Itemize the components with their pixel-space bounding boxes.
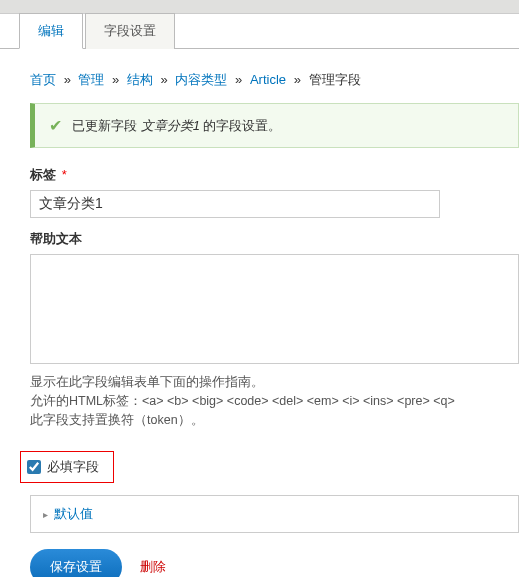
help-desc-line2: 允许的HTML标签：<a> <b> <big> <code> <del> <em… xyxy=(30,392,519,411)
breadcrumb-admin[interactable]: 管理 xyxy=(78,72,104,87)
breadcrumb-structure[interactable]: 结构 xyxy=(127,72,153,87)
breadcrumb-current: 管理字段 xyxy=(309,72,361,87)
tab-edit[interactable]: 编辑 xyxy=(19,13,83,49)
content-area: 首页 » 管理 » 结构 » 内容类型 » Article » 管理字段 ✔ 已… xyxy=(0,49,519,577)
status-message: ✔ 已更新字段 文章分类1 的字段设置。 xyxy=(30,103,519,148)
help-textarea[interactable] xyxy=(30,254,519,364)
help-title: 帮助文本 xyxy=(30,230,82,248)
help-field-row: 帮助文本 显示在此字段编辑表单下面的操作指南。 允许的HTML标签：<a> <b… xyxy=(30,230,519,429)
breadcrumb-sep: » xyxy=(64,72,71,87)
breadcrumb: 首页 » 管理 » 结构 » 内容类型 » Article » 管理字段 xyxy=(30,63,519,103)
check-icon: ✔ xyxy=(49,116,62,135)
breadcrumb-sep: » xyxy=(161,72,168,87)
breadcrumb-sep: » xyxy=(294,72,301,87)
chevron-right-icon: ▸ xyxy=(43,509,48,520)
default-value-summary[interactable]: ▸ 默认值 xyxy=(43,505,506,523)
help-desc-line3: 此字段支持置换符（token）。 xyxy=(30,411,519,430)
label-input[interactable] xyxy=(30,190,440,218)
default-value-label: 默认值 xyxy=(54,505,93,523)
required-marker: * xyxy=(62,167,67,182)
save-button[interactable]: 保存设置 xyxy=(30,549,122,577)
delete-link[interactable]: 删除 xyxy=(140,558,166,576)
required-label: 必填字段 xyxy=(47,458,99,476)
breadcrumb-article[interactable]: Article xyxy=(250,72,286,87)
breadcrumb-sep: » xyxy=(235,72,242,87)
breadcrumb-sep: » xyxy=(112,72,119,87)
help-description: 显示在此字段编辑表单下面的操作指南。 允许的HTML标签：<a> <b> <bi… xyxy=(30,373,519,429)
label-title: 标签 xyxy=(30,166,56,184)
label-field-row: 标签 * xyxy=(30,166,519,218)
required-checkbox[interactable] xyxy=(27,460,41,474)
tabs: 编辑 字段设置 xyxy=(19,13,519,49)
status-suffix: 的字段设置。 xyxy=(200,118,282,133)
default-value-details[interactable]: ▸ 默认值 xyxy=(30,495,519,533)
actions-row: 保存设置 删除 xyxy=(30,549,519,577)
help-desc-line1: 显示在此字段编辑表单下面的操作指南。 xyxy=(30,373,519,392)
breadcrumb-content-types[interactable]: 内容类型 xyxy=(175,72,227,87)
status-prefix: 已更新字段 xyxy=(72,118,141,133)
tab-field-settings[interactable]: 字段设置 xyxy=(85,13,175,49)
window-topbar xyxy=(0,0,519,14)
status-text: 已更新字段 文章分类1 的字段设置。 xyxy=(72,117,281,135)
status-field-name: 文章分类1 xyxy=(141,118,200,133)
required-checkbox-row[interactable]: 必填字段 xyxy=(20,451,114,483)
breadcrumb-home[interactable]: 首页 xyxy=(30,72,56,87)
